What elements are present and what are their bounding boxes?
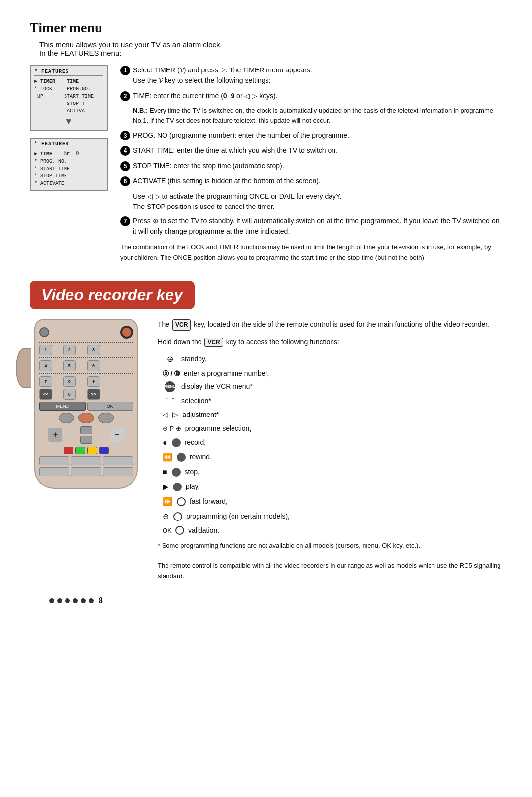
green-btn[interactable]	[75, 447, 85, 454]
bottom-row2	[39, 467, 133, 476]
screen-box-1: * FEATURES ► TIMER TIME * LOCK PROG.NO. …	[30, 65, 108, 131]
btn-3[interactable]: 3	[87, 345, 100, 355]
bottom-btn5[interactable]	[71, 467, 101, 476]
vcr-func-vcrmenu: MENU display the VCR menu*	[163, 381, 502, 392]
screen2-item2: * PROG. NO.	[34, 158, 103, 165]
dotted-line-1	[39, 342, 133, 343]
center-btn1[interactable]	[80, 426, 92, 434]
vcr-title-bar: Video recorder key	[30, 281, 195, 309]
vcr-func-adjustment: ◁ ▷ adjustment*	[163, 409, 502, 420]
number-grid-top: 1 2 3	[39, 345, 133, 355]
btn-0[interactable]: 0	[63, 389, 76, 400]
timer-icon: 𝓥	[180, 66, 184, 74]
step-5: 5 STOP TIME: enter the stop time (automa…	[120, 161, 502, 171]
btn-9[interactable]: 9	[87, 376, 100, 387]
vcr-key-badge-1: VCR	[172, 319, 191, 331]
screen2-title: * FEATURES	[34, 141, 103, 148]
stop-icon: ■	[163, 466, 181, 478]
vcr-notes: * Some programming functions are not ava…	[158, 541, 502, 582]
step-7-num: 7	[120, 216, 130, 226]
page-dot1	[49, 598, 54, 603]
screen-mockups: * FEATURES ► TIMER TIME * LOCK PROG.NO. …	[30, 65, 108, 263]
timer-steps: 1 Select TIMER (𝓥) and press ▷. The TIME…	[120, 65, 502, 263]
bottom-btn1[interactable]	[39, 456, 69, 465]
intro-line2: In the FEATURES menu:	[39, 49, 502, 57]
func-rewind-text: rewind,	[190, 452, 212, 462]
prog-models-icon: ⊕	[163, 511, 182, 522]
screen1-item1: ► TIMER TIME	[34, 78, 103, 85]
ok-btn[interactable]: OK	[87, 402, 133, 411]
page-dot2	[57, 598, 62, 603]
page-dot4	[73, 598, 78, 603]
plus-btn[interactable]: +	[48, 428, 62, 442]
vcr-section: Video recorder key	[30, 281, 502, 582]
timer-intro: This menu allows you to use your TV as a…	[39, 40, 502, 57]
yellow-btn[interactable]	[87, 447, 97, 454]
step-2-text: TIME: enter the current time (0 9 or ◁ ▷…	[133, 91, 278, 101]
vcr-func-ff: ⏩ fast forward,	[163, 496, 502, 508]
selection-icon: ˆ ˇ	[163, 395, 177, 407]
page-dot5	[81, 598, 86, 603]
red-btn[interactable]	[64, 447, 73, 454]
record-icon: ●	[163, 437, 181, 449]
center-btn2[interactable]	[80, 436, 92, 444]
screen1-triangle: ▼	[34, 117, 103, 127]
func-record-text: record,	[185, 437, 206, 448]
dotted-line-3	[39, 373, 133, 374]
minus-btn[interactable]: −	[110, 428, 124, 442]
bottom-btn2[interactable]	[71, 456, 101, 465]
vcr-func-prog: ⓪ / ➉ enter a programme number,	[163, 368, 502, 379]
vcr-note2: The remote control is compatible with al…	[158, 561, 502, 582]
nb-note: N.B.: Every time the TV is switched on, …	[133, 106, 502, 125]
bottom-btn4[interactable]	[39, 467, 69, 476]
btn-1[interactable]: 1	[39, 345, 52, 355]
func-play-text: play,	[186, 482, 200, 492]
remote-top-btn-left[interactable]	[39, 327, 49, 337]
vcr-key-badge-2: VCR	[204, 338, 223, 347]
blue-btn[interactable]	[99, 447, 109, 454]
page-footer: 8	[49, 596, 502, 605]
bottom-btn6[interactable]	[103, 467, 133, 476]
vcr-func-rewind: ⏪ rewind,	[163, 451, 502, 463]
vcr-func-list: ⊕ standby, ⓪ / ➉ enter a programme numbe…	[163, 353, 502, 536]
nav-down[interactable]	[98, 413, 114, 423]
bottom-btn3[interactable]	[103, 456, 133, 465]
step-6-text: ACTIVATE (this setting is hidden at the …	[133, 176, 321, 186]
timer-menu-title: Timer menu	[30, 20, 502, 35]
spacer4	[111, 389, 115, 400]
standby-icon: ⊕	[163, 353, 177, 365]
func-prog-models-text: programming (on certain models),	[186, 511, 290, 521]
validation-icon: OK	[163, 526, 184, 536]
btn-4[interactable]: 4	[39, 360, 52, 371]
vcr-func-play: ▶ play,	[163, 481, 502, 493]
vcr-hold-text: Hold down the VCR key to access the foll…	[158, 338, 502, 347]
rewind-icon: ⏪	[163, 451, 186, 463]
btn-6[interactable]: 6	[87, 360, 100, 371]
btn-prev[interactable]: <<	[39, 389, 52, 400]
nb-label: N.B.:	[133, 107, 148, 114]
screen2-item3: * START TIME	[34, 165, 103, 173]
btn-5[interactable]: 5	[63, 360, 76, 371]
page-number: 8	[99, 596, 103, 605]
nav-center[interactable]	[78, 413, 94, 423]
vol-chan-row: + −	[39, 426, 133, 444]
btn-7[interactable]: 7	[39, 376, 52, 387]
menu-btn[interactable]: MENU	[39, 402, 86, 411]
step-7-text: Press ⊕ to set the TV to standby. It wil…	[133, 216, 502, 237]
nav-up[interactable]	[59, 413, 74, 423]
page-dot3	[65, 598, 70, 603]
vcr-desc1: The VCR key, located on the side of the …	[158, 319, 502, 331]
btn-8[interactable]: 8	[63, 376, 76, 387]
step-4-num: 4	[120, 146, 130, 156]
step-6-num: 6	[120, 176, 130, 186]
color-buttons	[39, 447, 133, 454]
btn-next[interactable]: >>	[87, 389, 100, 400]
func-ff-text: fast forward,	[190, 496, 228, 507]
play-icon: ▶	[163, 481, 182, 493]
step-6-extra: Use ◁ ▷ to activate the programming ONCE…	[133, 191, 502, 212]
btn-2[interactable]: 2	[63, 345, 76, 355]
remote-power-btn[interactable]	[120, 326, 133, 339]
screen2-item1: ► TIME hr ©	[34, 150, 103, 158]
screen2-item4: * STOP TIME	[34, 173, 103, 180]
step-3: 3 PROG. NO (programme number): enter the…	[120, 130, 502, 140]
